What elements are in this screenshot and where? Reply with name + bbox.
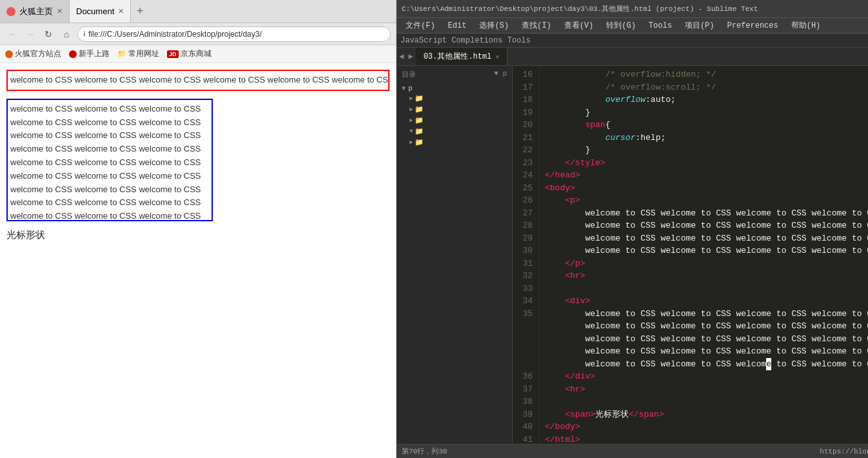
new-tab-button[interactable]: +	[131, 3, 149, 21]
menu-help[interactable]: 帮助(H)	[786, 19, 826, 32]
overflow-y-text: welcome to CSS welcome to CSS welcome to…	[10, 104, 201, 221]
code-line: <hr>	[545, 383, 868, 396]
back-button[interactable]: ←	[5, 27, 19, 41]
line-number: 37	[513, 383, 537, 396]
menu-tools[interactable]: Tools	[644, 20, 677, 32]
code-content[interactable]: /* overflow:hidden; */ /* overflow:scrol…	[540, 66, 868, 444]
line-number: 32	[513, 270, 537, 283]
menu-select[interactable]: 选择(S)	[474, 19, 514, 32]
panel-open-folders: ▼ p ▶ 📁 ▶ 📁 ▶ 📁	[397, 81, 512, 150]
line-number: 38	[513, 395, 537, 408]
status-line-col: 第70行，列30	[402, 446, 447, 456]
code-line: welcome to CSS welcome to CSS welcome to…	[545, 345, 868, 358]
menu-find[interactable]: 查找(I)	[517, 19, 557, 32]
code-line: welcome to CSS welcome to CSS welcome to…	[545, 308, 868, 321]
code-line: }	[545, 144, 868, 157]
jd-bookmark-icon: JD	[167, 50, 179, 58]
bookmark-firefox[interactable]: 火狐官方站点	[5, 48, 61, 59]
sublime-tab-main[interactable]: 03.其他属性.html ✕	[416, 48, 508, 65]
code-line: /* overflow:hidden; */	[545, 68, 868, 81]
line-numbers: 1617181920212223242526272829303132333435…	[513, 66, 540, 444]
mozilla-bookmark-icon	[69, 50, 77, 58]
panel-item-2[interactable]: ▶ 📁	[409, 105, 507, 114]
status-left: 第70行，列30	[402, 446, 447, 456]
panel-folder-row[interactable]: ▼ p	[402, 83, 507, 94]
code-line: }	[545, 106, 868, 119]
menu-preferences[interactable]: Preferences	[722, 20, 783, 32]
status-right: https://blog.csdn.net/fl UTF-8	[820, 445, 868, 458]
panel-sub-items: ▶ 📁 ▶ 📁 ▶ 📁 ▼ 📁	[402, 94, 507, 147]
sublime-tabbar: ◀ ▶ 03.其他属性.html ✕ ▼	[397, 48, 868, 66]
cursor-label: 光标形状	[6, 229, 390, 241]
line-number: 25	[513, 182, 537, 195]
tab-document-close[interactable]: ✕	[118, 7, 124, 15]
browser-content: welcome to CSS welcome to CSS welcome to…	[0, 63, 396, 458]
line-number: 29	[513, 232, 537, 245]
tab-nav-arrows[interactable]: ◀ ▶	[397, 48, 416, 65]
bookmark-common[interactable]: 📁 常用网址	[117, 48, 159, 59]
bookmark-jd[interactable]: JD 京东商城	[167, 48, 212, 59]
sublime-menubar: 文件(F) Edit 选择(S) 查找(I) 查看(V) 转到(G) Tools…	[397, 18, 868, 34]
line-number: 23	[513, 157, 537, 170]
code-line: </style>	[545, 157, 868, 170]
overflow-y-demo: welcome to CSS welcome to CSS welcome to…	[6, 99, 213, 221]
panel-item-1[interactable]: ▶ 📁	[409, 94, 507, 103]
firefox-bookmark-icon	[5, 50, 13, 58]
sublime-statusbar: 第70行，列30 https://blog.csdn.net/fl UTF-8	[397, 444, 868, 458]
bookmark-jd-label: 京东商城	[181, 48, 212, 59]
bookmark-firefox-label: 火狐官方站点	[15, 48, 61, 59]
lock-icon: ℹ	[83, 30, 86, 37]
panel-dir-dropdown[interactable]: ▼ p	[494, 70, 507, 79]
code-line: /* overflow:scroll; */	[545, 81, 868, 94]
line-number: 26	[513, 194, 537, 207]
code-line: <hr>	[545, 270, 868, 283]
forward-button[interactable]: →	[23, 27, 37, 41]
status-url: https://blog.csdn.net/fl	[820, 448, 868, 455]
tab-document-label: Document	[76, 6, 114, 16]
line-number: 27	[513, 207, 537, 220]
tab-firefox-home[interactable]: 火狐主页 ✕	[0, 0, 70, 23]
overflow-x-text: welcome to CSS welcome to CSS welcome to…	[10, 75, 390, 85]
bookmark-newbie-label: 新手上路	[79, 48, 110, 59]
code-line: <div>	[545, 295, 868, 308]
menu-project[interactable]: 项目(P)	[680, 19, 720, 32]
overflow-x-demo: welcome to CSS welcome to CSS welcome to…	[6, 70, 390, 91]
line-number: 31	[513, 257, 537, 270]
code-line: </body>	[545, 421, 868, 433]
menu-file[interactable]: 文件(F)	[400, 19, 440, 32]
line-number: 16	[513, 68, 537, 81]
bookmark-newbie[interactable]: 新手上路	[69, 48, 110, 59]
menu-view[interactable]: 查看(V)	[559, 19, 599, 32]
panel-item-5[interactable]: ▶ 📁	[409, 137, 507, 147]
panel-item-3[interactable]: ▶ 📁	[409, 115, 507, 125]
code-line: cursor:help;	[545, 132, 868, 144]
sublime-tab-close[interactable]: ✕	[495, 53, 499, 61]
line-number	[513, 345, 537, 358]
panel-header: 目录 ▼ p	[397, 68, 512, 81]
panel-item-4[interactable]: ▼ 📁	[409, 126, 507, 136]
menu-edit[interactable]: Edit	[443, 20, 472, 32]
sublime-secondbar: JavaScript Completions Tools	[397, 34, 868, 48]
browser-navbar: ← → ↻ ⌂ ℹ file:///C:/Users/Administrator…	[0, 23, 396, 45]
code-line: welcome to CSS welcome to CSS welcome to…	[545, 207, 868, 220]
line-number	[513, 333, 537, 346]
line-number: 21	[513, 132, 537, 144]
code-line: welcome to CSS welcome to CSS welcome to…	[545, 333, 868, 346]
home-button[interactable]: ⌂	[59, 27, 74, 41]
code-line: </p>	[545, 257, 868, 270]
line-number: 39	[513, 408, 537, 421]
tab-firefox-close[interactable]: ✕	[57, 7, 63, 15]
line-number: 40	[513, 421, 537, 433]
secondbar-text: JavaScript Completions Tools	[400, 36, 531, 45]
code-line: <span>光标形状</span>	[545, 408, 868, 421]
reload-button[interactable]: ↻	[41, 27, 55, 41]
address-bar[interactable]: ℹ file:///C:/Users/Administrator/Desktop…	[77, 26, 391, 42]
code-line: <body>	[545, 182, 868, 195]
tab-document[interactable]: Document ✕	[70, 0, 131, 23]
line-number	[513, 358, 537, 371]
line-number: 18	[513, 94, 537, 106]
menu-goto[interactable]: 转到(G)	[601, 19, 641, 32]
panel-folder-label: p	[408, 85, 413, 92]
code-line: <p>	[545, 194, 868, 207]
code-line: </html>	[545, 433, 868, 444]
